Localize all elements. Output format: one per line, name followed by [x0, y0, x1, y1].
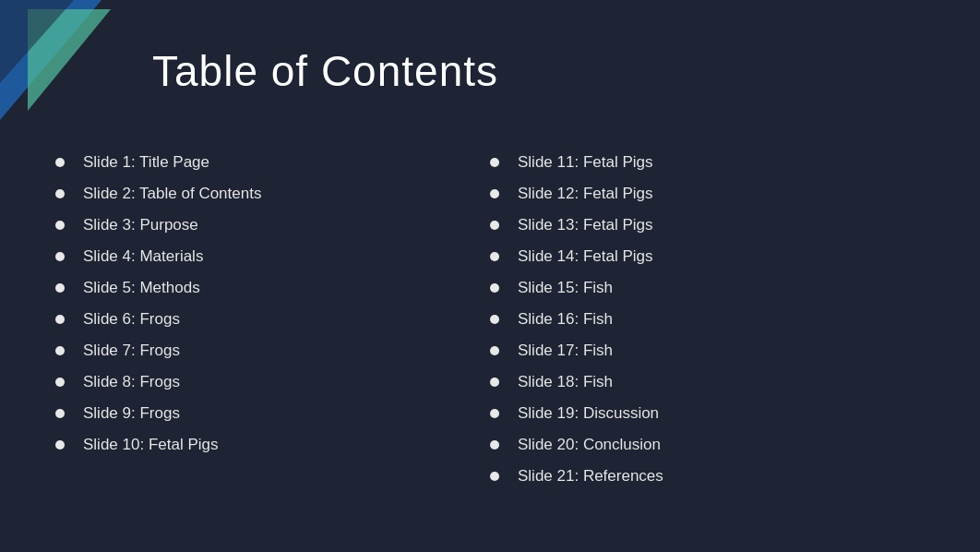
bullet-icon: [55, 189, 65, 198]
list-item-label: Slide 6: Frogs: [83, 310, 180, 329]
bullet-icon: [55, 440, 65, 450]
list-item: Slide 16: Fish: [490, 304, 925, 335]
list-item-label: Slide 14: Fetal Pigs: [518, 247, 652, 266]
list-item: Slide 8: Frogs: [55, 366, 490, 398]
bullet-icon: [55, 221, 65, 230]
list-item: Slide 2: Table of Contents: [55, 178, 490, 210]
bullet-icon: [490, 440, 499, 450]
column-2: Slide 11: Fetal PigsSlide 12: Fetal Pigs…: [490, 147, 925, 492]
bullet-icon: [490, 158, 499, 167]
bullet-icon: [490, 472, 499, 481]
list-item-label: Slide 21: References: [518, 467, 663, 486]
list-item: Slide 5: Methods: [55, 272, 490, 304]
list-item: Slide 19: Discussion: [490, 398, 925, 429]
bullet-icon: [55, 409, 65, 418]
list-item: Slide 4: Materials: [55, 241, 490, 272]
list-item: Slide 17: Fish: [490, 335, 925, 366]
list-item-label: Slide 20: Conclusion: [518, 436, 661, 454]
list-item-label: Slide 19: Discussion: [518, 404, 659, 423]
bullet-icon: [490, 378, 499, 387]
column-1: Slide 1: Title PageSlide 2: Table of Con…: [55, 147, 490, 492]
list-item: Slide 1: Title Page: [55, 147, 490, 178]
slide-container: Table of Contents Slide 1: Title PageSli…: [0, 0, 980, 552]
list-item: Slide 10: Fetal Pigs: [55, 429, 490, 461]
list-item-label: Slide 10: Fetal Pigs: [83, 436, 218, 454]
list-item-label: Slide 5: Methods: [83, 279, 200, 297]
bullet-icon: [490, 283, 499, 293]
list-item: Slide 6: Frogs: [55, 304, 490, 335]
list-item: Slide 11: Fetal Pigs: [490, 147, 925, 178]
list-item: Slide 14: Fetal Pigs: [490, 241, 925, 272]
bullet-icon: [55, 315, 65, 324]
list-item: Slide 21: References: [490, 461, 925, 492]
list-item-label: Slide 12: Fetal Pigs: [518, 185, 652, 203]
list-item: Slide 12: Fetal Pigs: [490, 178, 925, 210]
bullet-icon: [490, 189, 499, 198]
list-item-label: Slide 11: Fetal Pigs: [518, 153, 652, 172]
list-item-label: Slide 17: Fish: [518, 342, 613, 360]
list-item-label: Slide 9: Frogs: [83, 404, 180, 423]
list-item-label: Slide 8: Frogs: [83, 373, 180, 391]
bullet-icon: [490, 221, 499, 230]
list-item-label: Slide 15: Fish: [518, 279, 613, 297]
page-title: Table of Contents: [152, 46, 925, 96]
bullet-icon: [55, 252, 65, 261]
bullet-icon: [490, 409, 499, 418]
list-item: Slide 13: Fetal Pigs: [490, 210, 925, 241]
list-item: Slide 20: Conclusion: [490, 429, 925, 461]
list-item-label: Slide 2: Table of Contents: [83, 185, 261, 203]
list-item: Slide 15: Fish: [490, 272, 925, 304]
bullet-icon: [55, 378, 65, 387]
bullet-icon: [55, 283, 65, 293]
list-item-label: Slide 4: Materials: [83, 247, 203, 266]
list-item: Slide 7: Frogs: [55, 335, 490, 366]
list-item: Slide 9: Frogs: [55, 398, 490, 429]
list-item-label: Slide 7: Frogs: [83, 342, 180, 360]
bullet-icon: [490, 315, 499, 324]
list-item: Slide 3: Purpose: [55, 210, 490, 241]
bullet-icon: [55, 346, 65, 355]
list-item: Slide 18: Fish: [490, 366, 925, 398]
list-item-label: Slide 13: Fetal Pigs: [518, 216, 652, 234]
list-item-label: Slide 1: Title Page: [83, 153, 209, 172]
bullet-icon: [490, 252, 499, 261]
list-item-label: Slide 3: Purpose: [83, 216, 198, 234]
corner-decoration: [0, 0, 129, 148]
content-area: Slide 1: Title PageSlide 2: Table of Con…: [55, 147, 925, 492]
list-item-label: Slide 18: Fish: [518, 373, 613, 391]
bullet-icon: [490, 346, 499, 355]
list-item-label: Slide 16: Fish: [518, 310, 613, 329]
bullet-icon: [55, 158, 65, 167]
